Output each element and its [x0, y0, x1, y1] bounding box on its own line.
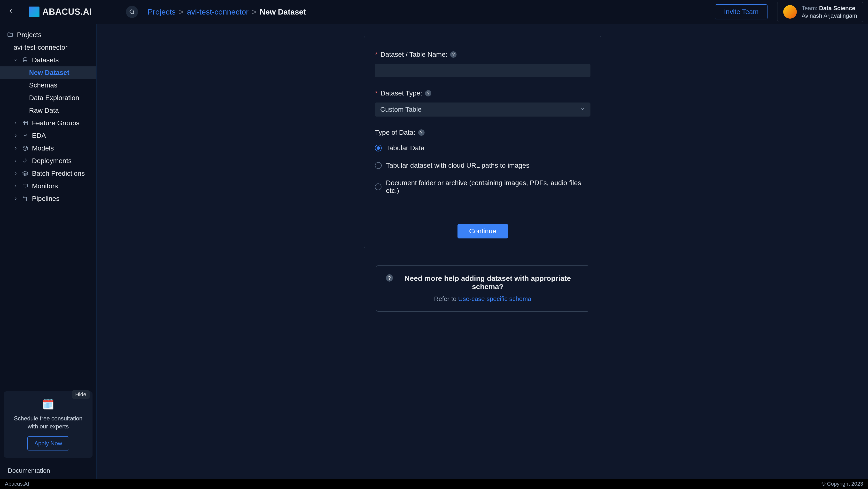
new-dataset-form: * Dataset / Table Name: ? * Dataset Type… — [364, 36, 601, 248]
sidebar-item-raw-data[interactable]: Raw Data — [0, 104, 96, 117]
consultation-promo: Hide 🗓️ Schedule free consultation with … — [4, 391, 93, 458]
back-button[interactable] — [5, 4, 17, 20]
chart-icon — [22, 133, 29, 139]
callout-title: Need more help adding dataset with appro… — [396, 274, 580, 291]
logo-mark-icon — [29, 6, 39, 17]
sidebar-item-label: Feature Groups — [32, 119, 80, 127]
team-user-label: Avinash Arjavalingam — [802, 12, 857, 19]
app-footer: Abacus.AI © Copyright 2023 — [0, 479, 868, 489]
breadcrumb-separator: > — [252, 7, 256, 17]
breadcrumb-current: New Dataset — [260, 7, 306, 17]
breadcrumb-project[interactable]: avi-test-connector — [187, 7, 248, 17]
sidebar-item-label: New Dataset — [29, 69, 69, 77]
field-type-of-data: Type of Data: ? Tabular Data Tabular dat… — [375, 129, 590, 202]
radio-icon — [375, 183, 381, 190]
sidebar-item-label: Batch Predictions — [32, 170, 85, 177]
sidebar-item-monitors[interactable]: Monitors — [0, 180, 96, 193]
chevron-right-icon — [13, 170, 19, 177]
divider — [364, 214, 601, 214]
dataset-type-label: * Dataset Type: ? — [375, 89, 590, 97]
footer-brand: Abacus.AI — [5, 481, 29, 487]
help-icon[interactable]: ? — [450, 51, 457, 58]
schema-help-callout: ? Need more help adding dataset with app… — [376, 265, 589, 312]
sidebar-item-label: Schemas — [29, 81, 57, 89]
svg-point-4 — [23, 197, 24, 198]
search-icon — [129, 9, 135, 15]
flow-icon — [22, 196, 29, 202]
logo[interactable]: ABACUS.AI — [25, 6, 92, 17]
sidebar-item-batch-predictions[interactable]: Batch Predictions — [0, 167, 96, 180]
svg-rect-2 — [23, 121, 27, 125]
svg-point-1 — [23, 58, 27, 59]
team-name-label: Team: Data Science — [802, 4, 857, 12]
chevron-right-icon — [13, 182, 19, 190]
sidebar-item-label: Deployments — [32, 157, 71, 165]
dataset-name-label: * Dataset / Table Name: ? — [375, 51, 590, 58]
sidebar-item-label: avi-test-connector — [13, 44, 68, 51]
invite-team-button[interactable]: Invite Team — [715, 4, 768, 19]
radio-icon — [375, 162, 382, 169]
sidebar-item-label: Pipelines — [32, 195, 60, 203]
promo-text: Schedule free consultation with our expe… — [10, 414, 87, 431]
layers-icon — [22, 171, 29, 176]
sidebar-item-label: Monitors — [32, 182, 58, 190]
type-of-data-label: Type of Data: ? — [375, 129, 590, 137]
apply-now-button[interactable]: Apply Now — [27, 436, 69, 451]
help-icon: ? — [386, 274, 393, 282]
documentation-link[interactable]: Documentation — [0, 463, 96, 479]
svg-point-0 — [130, 10, 133, 13]
search-button[interactable] — [126, 6, 138, 18]
svg-rect-3 — [23, 184, 27, 187]
sidebar-item-new-dataset[interactable]: New Dataset — [0, 66, 96, 79]
sidebar-item-label: Datasets — [32, 56, 59, 64]
footer-copyright: © Copyright 2023 — [822, 481, 863, 487]
team-switcher[interactable]: Team: Data Science Avinash Arjavalingam — [777, 2, 863, 22]
chevron-down-icon — [580, 106, 585, 113]
continue-button[interactable]: Continue — [458, 224, 508, 238]
sidebar-item-label: Models — [32, 144, 54, 152]
sidebar-item-feature-groups[interactable]: Feature Groups — [0, 117, 96, 130]
sidebar-item-label: EDA — [32, 132, 46, 140]
sidebar-item-pipelines[interactable]: Pipelines — [0, 193, 96, 205]
help-icon[interactable]: ? — [425, 90, 431, 96]
cube-icon — [22, 145, 29, 151]
required-marker: * — [375, 51, 378, 58]
sidebar-item-schemas[interactable]: Schemas — [0, 79, 96, 92]
breadcrumb-projects[interactable]: Projects — [148, 7, 176, 17]
schema-help-link[interactable]: Use-case specific schema — [458, 295, 531, 303]
sidebar-item-label: Projects — [17, 31, 41, 39]
sidebar-item-label: Raw Data — [29, 107, 59, 114]
calendar-icon: 🗓️ — [10, 399, 87, 410]
app-header: ABACUS.AI Projects > avi-test-connector … — [0, 0, 868, 24]
sidebar-item-label: Data Exploration — [29, 94, 79, 102]
chevron-right-icon — [13, 119, 19, 127]
logo-text: ABACUS.AI — [42, 7, 92, 17]
sidebar-item-data-exploration[interactable]: Data Exploration — [0, 92, 96, 104]
select-value: Custom Table — [380, 106, 422, 113]
promo-hide-button[interactable]: Hide — [72, 391, 90, 399]
chevron-right-icon — [13, 195, 19, 203]
folder-icon — [7, 32, 13, 38]
sidebar-item-projects[interactable]: Projects — [0, 29, 96, 41]
radio-tabular[interactable]: Tabular Data — [375, 142, 590, 159]
sidebar-item-eda[interactable]: EDA — [0, 130, 96, 142]
monitor-icon — [22, 183, 29, 189]
chevron-right-icon — [13, 157, 19, 165]
radio-label: Tabular dataset with cloud URL paths to … — [386, 162, 529, 169]
radio-document-folder[interactable]: Document folder or archive (containing i… — [375, 177, 590, 202]
sidebar-item-project[interactable]: avi-test-connector — [0, 41, 96, 54]
sidebar: Projects avi-test-connector Datasets New… — [0, 24, 97, 479]
main-content: * Dataset / Table Name: ? * Dataset Type… — [97, 24, 868, 479]
sidebar-item-datasets[interactable]: Datasets — [0, 54, 96, 66]
breadcrumb: Projects > avi-test-connector > New Data… — [148, 7, 306, 17]
table-icon — [22, 120, 29, 126]
help-icon[interactable]: ? — [418, 130, 425, 136]
dataset-type-select[interactable]: Custom Table — [375, 103, 590, 117]
sidebar-item-deployments[interactable]: Deployments — [0, 154, 96, 167]
radio-icon — [375, 145, 382, 151]
sidebar-item-models[interactable]: Models — [0, 142, 96, 154]
field-dataset-type: * Dataset Type: ? Custom Table — [375, 89, 590, 117]
radio-cloud-images[interactable]: Tabular dataset with cloud URL paths to … — [375, 159, 590, 177]
rocket-icon — [22, 158, 29, 164]
dataset-name-input[interactable] — [375, 64, 590, 77]
